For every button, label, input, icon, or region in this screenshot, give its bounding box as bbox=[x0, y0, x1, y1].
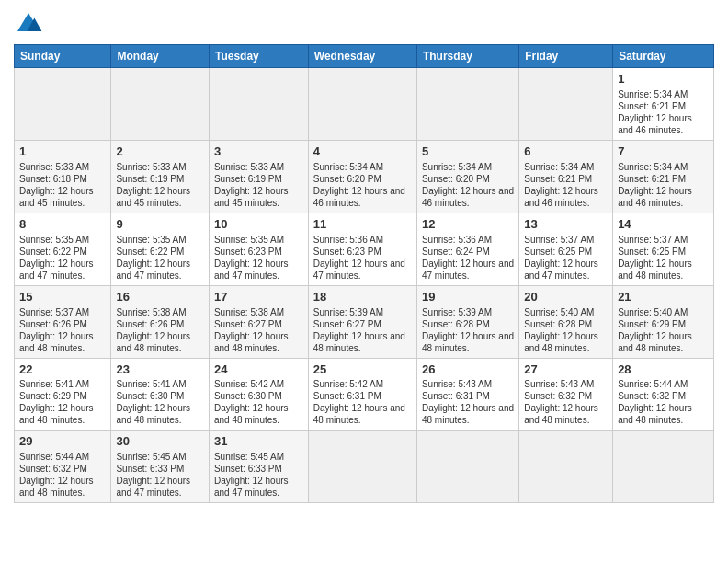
cell-1-4: 5Sunrise: 5:34 AMSunset: 6:20 PMDaylight… bbox=[416, 140, 518, 213]
col-header-sunday: Sunday bbox=[15, 45, 111, 68]
col-header-thursday: Thursday bbox=[416, 45, 518, 68]
cell-0-0 bbox=[15, 68, 111, 141]
day-number: 31 bbox=[214, 434, 303, 450]
day-number: 2 bbox=[116, 144, 204, 160]
day-number: 20 bbox=[524, 290, 608, 305]
sunset-label: Sunset: 6:28 PM bbox=[524, 319, 592, 329]
day-number: 18 bbox=[313, 290, 412, 305]
day-number: 25 bbox=[313, 362, 412, 378]
daylight-label: Daylight: 12 hours and 45 minutes. bbox=[214, 186, 289, 208]
col-header-saturday: Saturday bbox=[613, 45, 714, 68]
day-number: 6 bbox=[524, 144, 608, 160]
sunset-label: Sunset: 6:28 PM bbox=[422, 319, 490, 329]
cell-1-0: 1Sunrise: 5:33 AMSunset: 6:18 PMDaylight… bbox=[15, 140, 111, 213]
cell-2-3: 11Sunrise: 5:36 AMSunset: 6:23 PMDayligh… bbox=[308, 213, 416, 285]
cell-0-3 bbox=[308, 68, 416, 141]
sunrise-label: Sunrise: 5:45 AM bbox=[214, 452, 284, 462]
cell-0-2 bbox=[209, 68, 308, 141]
day-number: 14 bbox=[618, 217, 709, 233]
cell-4-0: 22Sunrise: 5:41 AMSunset: 6:29 PMDayligh… bbox=[15, 358, 111, 431]
daylight-label: Daylight: 12 hours and 48 minutes. bbox=[19, 476, 94, 498]
cell-2-0: 8Sunrise: 5:35 AMSunset: 6:22 PMDaylight… bbox=[15, 213, 111, 285]
day-number: 22 bbox=[19, 362, 106, 378]
cell-1-2: 3Sunrise: 5:33 AMSunset: 6:19 PMDaylight… bbox=[209, 140, 308, 213]
daylight-label: Daylight: 12 hours and 47 minutes. bbox=[214, 259, 289, 281]
daylight-label: Daylight: 12 hours and 46 minutes. bbox=[618, 186, 692, 208]
sunset-label: Sunset: 6:27 PM bbox=[313, 319, 381, 329]
sunrise-label: Sunrise: 5:39 AM bbox=[313, 307, 383, 317]
cell-0-1 bbox=[111, 68, 210, 141]
sunrise-label: Sunrise: 5:35 AM bbox=[116, 235, 186, 245]
day-number: 27 bbox=[524, 362, 608, 378]
week-row-1: 1Sunrise: 5:33 AMSunset: 6:18 PMDaylight… bbox=[15, 140, 714, 213]
sunset-label: Sunset: 6:21 PM bbox=[524, 174, 592, 184]
cell-4-1: 23Sunrise: 5:41 AMSunset: 6:30 PMDayligh… bbox=[111, 358, 210, 431]
sunrise-label: Sunrise: 5:43 AM bbox=[422, 379, 492, 389]
daylight-label: Daylight: 12 hours and 48 minutes. bbox=[19, 331, 94, 353]
cell-5-2: 31Sunrise: 5:45 AMSunset: 6:33 PMDayligh… bbox=[209, 431, 308, 503]
cell-3-3: 18Sunrise: 5:39 AMSunset: 6:27 PMDayligh… bbox=[308, 285, 416, 358]
sunset-label: Sunset: 6:31 PM bbox=[422, 391, 490, 401]
sunrise-label: Sunrise: 5:34 AM bbox=[524, 162, 594, 172]
sunrise-label: Sunrise: 5:40 AM bbox=[524, 307, 594, 317]
col-header-tuesday: Tuesday bbox=[209, 45, 308, 68]
cell-2-1: 9Sunrise: 5:35 AMSunset: 6:22 PMDaylight… bbox=[111, 213, 210, 285]
cell-4-6: 28Sunrise: 5:44 AMSunset: 6:32 PMDayligh… bbox=[613, 358, 714, 431]
daylight-label: Daylight: 12 hours and 48 minutes. bbox=[214, 403, 289, 425]
sunset-label: Sunset: 6:32 PM bbox=[524, 391, 592, 401]
cell-4-2: 24Sunrise: 5:42 AMSunset: 6:30 PMDayligh… bbox=[209, 358, 308, 431]
cell-0-5 bbox=[519, 68, 613, 141]
daylight-label: Daylight: 12 hours and 47 minutes. bbox=[116, 259, 190, 281]
sunset-label: Sunset: 6:26 PM bbox=[116, 319, 184, 329]
sunset-label: Sunset: 6:20 PM bbox=[422, 174, 490, 184]
sunset-label: Sunset: 6:23 PM bbox=[313, 247, 381, 257]
cell-4-4: 26Sunrise: 5:43 AMSunset: 6:31 PMDayligh… bbox=[416, 358, 518, 431]
daylight-label: Daylight: 12 hours and 48 minutes. bbox=[116, 331, 190, 353]
cell-2-5: 13Sunrise: 5:37 AMSunset: 6:25 PMDayligh… bbox=[519, 213, 613, 285]
week-row-3: 15Sunrise: 5:37 AMSunset: 6:26 PMDayligh… bbox=[15, 285, 714, 358]
cell-2-6: 14Sunrise: 5:37 AMSunset: 6:25 PMDayligh… bbox=[613, 213, 714, 285]
sunset-label: Sunset: 6:19 PM bbox=[116, 174, 184, 184]
sunrise-label: Sunrise: 5:34 AM bbox=[422, 162, 492, 172]
cell-0-4 bbox=[416, 68, 518, 141]
cell-1-1: 2Sunrise: 5:33 AMSunset: 6:19 PMDaylight… bbox=[111, 140, 210, 213]
sunrise-label: Sunrise: 5:34 AM bbox=[313, 162, 383, 172]
day-number: 23 bbox=[116, 362, 204, 378]
daylight-label: Daylight: 12 hours and 45 minutes. bbox=[19, 186, 94, 208]
day-number: 4 bbox=[313, 144, 412, 160]
daylight-label: Daylight: 12 hours and 46 minutes. bbox=[422, 186, 514, 208]
daylight-label: Daylight: 12 hours and 45 minutes. bbox=[116, 186, 190, 208]
sunrise-label: Sunrise: 5:42 AM bbox=[214, 379, 284, 389]
week-row-0: 1Sunrise: 5:34 AMSunset: 6:21 PMDaylight… bbox=[15, 68, 714, 141]
header-row: SundayMondayTuesdayWednesdayThursdayFrid… bbox=[15, 45, 714, 68]
header bbox=[14, 9, 714, 39]
day-number: 7 bbox=[618, 144, 709, 160]
sunset-label: Sunset: 6:24 PM bbox=[422, 247, 490, 257]
day-number: 5 bbox=[422, 144, 514, 160]
sunset-label: Sunset: 6:27 PM bbox=[214, 319, 282, 329]
daylight-label: Daylight: 12 hours and 47 minutes. bbox=[524, 259, 598, 281]
week-row-5: 29Sunrise: 5:44 AMSunset: 6:32 PMDayligh… bbox=[15, 431, 714, 503]
day-number: 24 bbox=[214, 362, 303, 378]
sunrise-label: Sunrise: 5:43 AM bbox=[524, 379, 594, 389]
cell-4-3: 25Sunrise: 5:42 AMSunset: 6:31 PMDayligh… bbox=[308, 358, 416, 431]
sunset-label: Sunset: 6:19 PM bbox=[214, 174, 282, 184]
sunrise-label: Sunrise: 5:36 AM bbox=[422, 235, 492, 245]
daylight-label: Daylight: 12 hours and 47 minutes. bbox=[313, 259, 405, 281]
sunrise-label: Sunrise: 5:34 AM bbox=[618, 89, 688, 99]
day-number: 10 bbox=[214, 217, 303, 233]
cell-3-1: 16Sunrise: 5:38 AMSunset: 6:26 PMDayligh… bbox=[111, 285, 210, 358]
week-row-4: 22Sunrise: 5:41 AMSunset: 6:29 PMDayligh… bbox=[15, 358, 714, 431]
calendar-table: SundayMondayTuesdayWednesdayThursdayFrid… bbox=[14, 44, 714, 503]
sunrise-label: Sunrise: 5:39 AM bbox=[422, 307, 492, 317]
daylight-label: Daylight: 12 hours and 48 minutes. bbox=[422, 403, 514, 425]
col-header-wednesday: Wednesday bbox=[308, 45, 416, 68]
daylight-label: Daylight: 12 hours and 48 minutes. bbox=[618, 259, 692, 281]
daylight-label: Daylight: 12 hours and 48 minutes. bbox=[422, 331, 514, 353]
sunrise-label: Sunrise: 5:38 AM bbox=[116, 307, 186, 317]
sunset-label: Sunset: 6:22 PM bbox=[19, 247, 87, 257]
cell-2-4: 12Sunrise: 5:36 AMSunset: 6:24 PMDayligh… bbox=[416, 213, 518, 285]
sunset-label: Sunset: 6:29 PM bbox=[618, 319, 686, 329]
sunset-label: Sunset: 6:26 PM bbox=[19, 319, 87, 329]
col-header-monday: Monday bbox=[111, 45, 210, 68]
